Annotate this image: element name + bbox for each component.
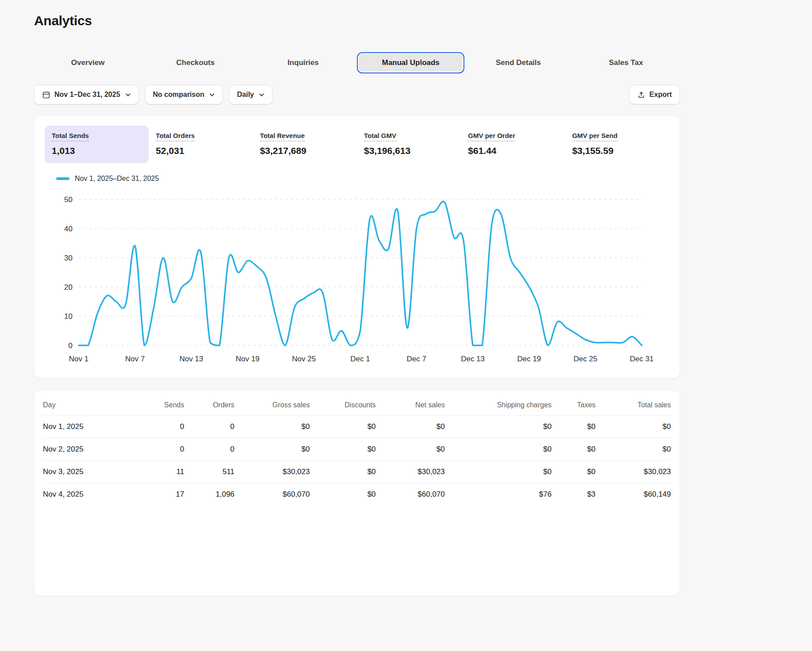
- sends-line-chart: 01020304050Nov 1Nov 7Nov 13Nov 19Nov 25D…: [45, 189, 669, 370]
- cell-gross-sales: $60,070: [234, 483, 310, 506]
- date-range-picker[interactable]: Nov 1–Dec 31, 2025: [34, 85, 139, 104]
- svg-text:Nov 25: Nov 25: [292, 355, 316, 363]
- svg-text:Dec 31: Dec 31: [630, 355, 654, 363]
- cell-taxes: $3: [552, 483, 595, 506]
- svg-text:Dec 7: Dec 7: [407, 355, 426, 363]
- table-header-row: Day Sends Orders Gross sales Discounts N…: [43, 393, 671, 416]
- cell-gross-sales: $0: [234, 416, 310, 438]
- metrics-chart-card: Total Sends 1,013 Total Orders 52,031 To…: [34, 116, 680, 378]
- tab-checkouts[interactable]: Checkouts: [142, 52, 249, 73]
- chevron-down-icon: [125, 92, 131, 98]
- cell-orders: 511: [184, 461, 234, 483]
- metric-value: $3,217,689: [260, 146, 350, 156]
- cell-net-sales: $30,023: [376, 461, 445, 483]
- table-row: Nov 1, 2025 0 0 $0 $0 $0 $0 $0 $0: [43, 416, 671, 438]
- svg-text:Nov 13: Nov 13: [180, 355, 203, 363]
- cell-day: Nov 2, 2025: [43, 438, 140, 461]
- tab-send-details[interactable]: Send Details: [464, 52, 572, 73]
- cell-total-sales: $60,149: [596, 483, 671, 506]
- svg-text:40: 40: [64, 225, 73, 233]
- cell-net-sales: $0: [376, 438, 445, 461]
- cell-orders: 1,096: [184, 483, 234, 506]
- cell-total-sales: $30,023: [596, 461, 671, 483]
- cell-sends: 17: [140, 483, 184, 506]
- chevron-down-icon: [259, 92, 264, 98]
- svg-text:30: 30: [64, 254, 73, 262]
- chevron-down-icon: [209, 92, 215, 98]
- table-row: Nov 2, 2025 0 0 $0 $0 $0 $0 $0 $0: [43, 438, 671, 461]
- column-header-gross-sales: Gross sales: [234, 393, 310, 416]
- svg-text:0: 0: [69, 341, 73, 350]
- tab-inquiries[interactable]: Inquiries: [249, 52, 357, 73]
- cell-sends: 11: [140, 461, 184, 483]
- metric-label: Total Sends: [52, 132, 89, 142]
- column-header-net-sales: Net sales: [376, 393, 445, 416]
- cell-shipping-charges: $0: [445, 416, 552, 438]
- svg-text:Dec 1: Dec 1: [350, 355, 370, 363]
- cell-taxes: $0: [552, 438, 595, 461]
- metric-value: $3,196,613: [364, 146, 454, 156]
- metric-label: Total Revenue: [260, 132, 305, 142]
- date-range-label: Nov 1–Dec 31, 2025: [54, 91, 120, 99]
- daily-breakdown-table: Day Sends Orders Gross sales Discounts N…: [43, 393, 671, 505]
- cell-orders: 0: [184, 438, 234, 461]
- column-header-taxes: Taxes: [552, 393, 595, 416]
- svg-text:Nov 1: Nov 1: [69, 355, 88, 363]
- page-title: Analytics: [34, 13, 680, 28]
- cell-day: Nov 4, 2025: [43, 483, 140, 506]
- export-icon: [637, 91, 645, 99]
- metrics-row: Total Sends 1,013 Total Orders 52,031 To…: [45, 126, 669, 163]
- calendar-icon: [42, 91, 50, 99]
- metric-total-gmv[interactable]: Total GMV $3,196,613: [357, 126, 461, 163]
- metric-total-revenue[interactable]: Total Revenue $3,217,689: [253, 126, 357, 163]
- export-button[interactable]: Export: [629, 85, 680, 104]
- metric-gmv-per-send[interactable]: GMV per Send $3,155.59: [565, 126, 669, 163]
- metric-label: Total Orders: [156, 132, 195, 142]
- metric-value: $61.44: [468, 146, 558, 156]
- column-header-sends: Sends: [140, 393, 184, 416]
- metric-value: $3,155.59: [572, 146, 662, 156]
- metric-label: GMV per Order: [468, 132, 515, 142]
- cell-sends: 0: [140, 416, 184, 438]
- metric-total-orders[interactable]: Total Orders 52,031: [149, 126, 253, 163]
- metric-gmv-per-order[interactable]: GMV per Order $61.44: [461, 126, 565, 163]
- svg-text:20: 20: [64, 283, 73, 291]
- cell-shipping-charges: $0: [445, 438, 552, 461]
- cell-discounts: $0: [310, 461, 375, 483]
- metric-value: 52,031: [156, 146, 245, 156]
- column-header-orders: Orders: [184, 393, 234, 416]
- table-row: Nov 3, 2025 11 511 $30,023 $0 $30,023 $0…: [43, 461, 671, 483]
- column-header-discounts: Discounts: [310, 393, 375, 416]
- tab-sales-tax[interactable]: Sales Tax: [572, 52, 680, 73]
- cell-day: Nov 1, 2025: [43, 416, 140, 438]
- cell-taxes: $0: [552, 461, 595, 483]
- cell-day: Nov 3, 2025: [43, 461, 140, 483]
- metric-total-sends[interactable]: Total Sends 1,013: [45, 126, 149, 163]
- metric-value: 1,013: [52, 146, 142, 156]
- legend-line-swatch: [56, 177, 69, 180]
- cell-taxes: $0: [552, 416, 595, 438]
- svg-text:Nov 19: Nov 19: [236, 355, 260, 363]
- filter-bar: Nov 1–Dec 31, 2025 No comparison Daily E…: [34, 85, 680, 104]
- comparison-dropdown[interactable]: No comparison: [145, 85, 223, 104]
- cell-discounts: $0: [310, 438, 375, 461]
- svg-text:Dec 13: Dec 13: [461, 355, 485, 363]
- cell-shipping-charges: $0: [445, 461, 552, 483]
- legend-label: Nov 1, 2025–Dec 31, 2025: [75, 175, 159, 183]
- daily-breakdown-card: Day Sends Orders Gross sales Discounts N…: [34, 391, 680, 596]
- metric-label: Total GMV: [364, 132, 396, 142]
- column-header-day: Day: [43, 393, 140, 416]
- cell-gross-sales: $0: [234, 438, 310, 461]
- cell-sends: 0: [140, 438, 184, 461]
- comparison-label: No comparison: [153, 91, 204, 99]
- tab-manual-uploads[interactable]: Manual Uploads: [357, 52, 464, 73]
- column-header-total-sales: Total sales: [596, 393, 671, 416]
- export-label: Export: [649, 91, 672, 99]
- granularity-dropdown[interactable]: Daily: [229, 85, 272, 104]
- tab-overview[interactable]: Overview: [34, 52, 142, 73]
- chart-legend: Nov 1, 2025–Dec 31, 2025: [56, 175, 669, 183]
- analytics-tabs: Overview Checkouts Inquiries Manual Uplo…: [34, 52, 680, 73]
- cell-discounts: $0: [310, 416, 375, 438]
- cell-gross-sales: $30,023: [234, 461, 310, 483]
- cell-net-sales: $0: [376, 416, 445, 438]
